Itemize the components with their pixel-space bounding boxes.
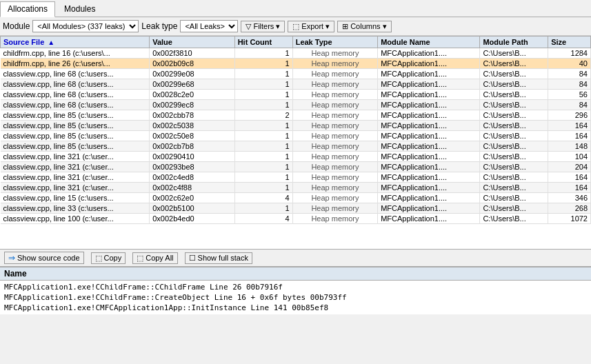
cell-module: MFCApplication1.... (378, 131, 480, 141)
cell-path: C:\Users\B... (480, 152, 548, 162)
cell-hit: 1 (234, 162, 292, 172)
cell-path: C:\Users\B... (480, 172, 548, 183)
bottom-toolbar: ⇒ Show source code ⬚ Copy ⬚ Copy All ☐ S… (0, 250, 591, 267)
cell-source: classview.cpp, line 68 (c:\users... (1, 90, 150, 100)
cell-hit: 1 (234, 79, 292, 90)
cell-path: C:\Users\B... (480, 214, 548, 224)
copy-button[interactable]: ⬚ Copy (91, 252, 126, 264)
col-header-value[interactable]: Value (150, 37, 235, 48)
table-row[interactable]: classview.cpp, line 321 (c:\user... 0x00… (1, 183, 591, 193)
tab-modules[interactable]: Modules (57, 1, 103, 17)
name-item[interactable]: MFCApplication1.exe!CChildFrame::CreateO… (4, 292, 587, 303)
cell-leak-type: Heap memory (292, 214, 378, 224)
table-row[interactable]: classview.cpp, line 15 (c:\users... 0x00… (1, 193, 591, 203)
copy-all-icon: ⬚ (137, 254, 143, 263)
name-item[interactable]: MFCApplication1.exe!CChildFrame::CChildF… (4, 282, 587, 292)
cell-size: 148 (548, 141, 591, 152)
cell-leak-type: Heap memory (292, 183, 378, 193)
cell-module: MFCApplication1.... (378, 59, 480, 69)
cell-leak-type: Heap memory (292, 131, 378, 141)
cell-hit: 1 (234, 131, 292, 141)
cell-module: MFCApplication1.... (378, 162, 480, 172)
cell-size: 1072 (548, 214, 591, 224)
arrow-right-icon: ⇒ (8, 253, 15, 263)
show-full-stack-button[interactable]: ☐ Show full stack (185, 252, 252, 264)
cell-size: 40 (548, 59, 591, 69)
table-row[interactable]: childfrm.cpp, line 16 (c:\users\... 0x00… (1, 48, 591, 59)
cell-module: MFCApplication1.... (378, 172, 480, 183)
table-row[interactable]: classview.cpp, line 321 (c:\user... 0x00… (1, 152, 591, 162)
cell-hit: 1 (234, 172, 292, 183)
cell-size: 164 (548, 131, 591, 141)
table-row[interactable]: classview.cpp, line 85 (c:\users... 0x00… (1, 121, 591, 131)
col-header-source[interactable]: Source File ▲ (1, 37, 150, 48)
table-row[interactable]: classview.cpp, line 33 (c:\users... 0x00… (1, 203, 591, 214)
col-header-path[interactable]: Module Path (480, 37, 548, 48)
columns-icon: ⊞ (342, 22, 348, 31)
cell-module: MFCApplication1.... (378, 48, 480, 59)
cell-leak-type: Heap memory (292, 59, 378, 69)
cell-value: 0x002b4ed0 (150, 214, 235, 224)
tab-allocations[interactable]: Allocations (0, 1, 55, 17)
cell-leak-type: Heap memory (292, 100, 378, 110)
table-row[interactable]: classview.cpp, line 85 (c:\users... 0x00… (1, 110, 591, 121)
table-row[interactable]: classview.cpp, line 85 (c:\users... 0x00… (1, 131, 591, 141)
cell-source: classview.cpp, line 68 (c:\users... (1, 69, 150, 79)
module-select[interactable]: <All Modules> (337 leaks) (32, 20, 139, 32)
name-panel: Name MFCApplication1.exe!CChildFrame::CC… (0, 267, 591, 314)
cell-value: 0x002c50e8 (150, 131, 235, 141)
cell-value: 0x002c4ed8 (150, 172, 235, 183)
table-row[interactable]: childfrm.cpp, line 26 (c:\users\... 0x00… (1, 59, 591, 69)
cell-path: C:\Users\B... (480, 48, 548, 59)
table-row[interactable]: classview.cpp, line 68 (c:\users... 0x00… (1, 100, 591, 110)
name-content: MFCApplication1.exe!CChildFrame::CChildF… (0, 281, 591, 314)
table-row[interactable]: classview.cpp, line 68 (c:\users... 0x00… (1, 69, 591, 79)
table-header-row: Source File ▲ Value Hit Count Leak Type … (1, 37, 591, 48)
export-icon: ⬚ (292, 22, 299, 31)
cell-hit: 1 (234, 48, 292, 59)
table-row[interactable]: classview.cpp, line 321 (c:\user... 0x00… (1, 162, 591, 172)
copy-all-button[interactable]: ⬚ Copy All (132, 252, 177, 264)
table-row[interactable]: classview.cpp, line 68 (c:\users... 0x00… (1, 79, 591, 90)
col-header-size[interactable]: Size (548, 37, 591, 48)
columns-button[interactable]: ⊞ Columns ▾ (337, 21, 391, 32)
cell-path: C:\Users\B... (480, 90, 548, 100)
cell-source: classview.cpp, line 85 (c:\users... (1, 131, 150, 141)
cell-value: 0x002c62e0 (150, 193, 235, 203)
cell-module: MFCApplication1.... (378, 183, 480, 193)
leak-type-select[interactable]: <All Leaks> (180, 20, 238, 32)
cell-value: 0x00293be8 (150, 162, 235, 172)
cell-leak-type: Heap memory (292, 69, 378, 79)
cell-size: 204 (548, 162, 591, 172)
filters-button[interactable]: ▽ Filters ▾ (241, 21, 285, 32)
show-source-button[interactable]: ⇒ Show source code (4, 252, 84, 264)
cell-path: C:\Users\B... (480, 193, 548, 203)
tab-bar: Allocations Modules (0, 0, 591, 17)
name-item[interactable]: MFCApplication1.exe!CMFCApplication1App:… (4, 303, 587, 313)
table-row[interactable]: classview.cpp, line 321 (c:\user... 0x00… (1, 172, 591, 183)
chevron-down-icon2: ▾ (325, 22, 330, 31)
cell-hit: 1 (234, 183, 292, 193)
cell-leak-type: Heap memory (292, 48, 378, 59)
table-row[interactable]: classview.cpp, line 100 (c:\user... 0x00… (1, 214, 591, 224)
export-button[interactable]: ⬚ Export ▾ (288, 21, 334, 32)
table-row[interactable]: classview.cpp, line 85 (c:\users... 0x00… (1, 141, 591, 152)
cell-path: C:\Users\B... (480, 141, 548, 152)
cell-source: classview.cpp, line 68 (c:\users... (1, 79, 150, 90)
cell-source: classview.cpp, line 85 (c:\users... (1, 121, 150, 131)
filter-icon: ▽ (246, 22, 251, 31)
table-row[interactable]: classview.cpp, line 68 (c:\users... 0x00… (1, 90, 591, 100)
col-header-module[interactable]: Module Name (378, 37, 480, 48)
cell-leak-type: Heap memory (292, 79, 378, 90)
cell-source: classview.cpp, line 68 (c:\users... (1, 100, 150, 110)
cell-module: MFCApplication1.... (378, 69, 480, 79)
col-header-leak[interactable]: Leak Type (292, 37, 378, 48)
cell-module: MFCApplication1.... (378, 141, 480, 152)
cell-module: MFCApplication1.... (378, 90, 480, 100)
cell-source: classview.cpp, line 321 (c:\user... (1, 162, 150, 172)
col-header-hit[interactable]: Hit Count (234, 37, 292, 48)
cell-hit: 2 (234, 110, 292, 121)
allocations-table: Source File ▲ Value Hit Count Leak Type … (0, 36, 591, 224)
cell-hit: 1 (234, 59, 292, 69)
cell-leak-type: Heap memory (292, 121, 378, 131)
